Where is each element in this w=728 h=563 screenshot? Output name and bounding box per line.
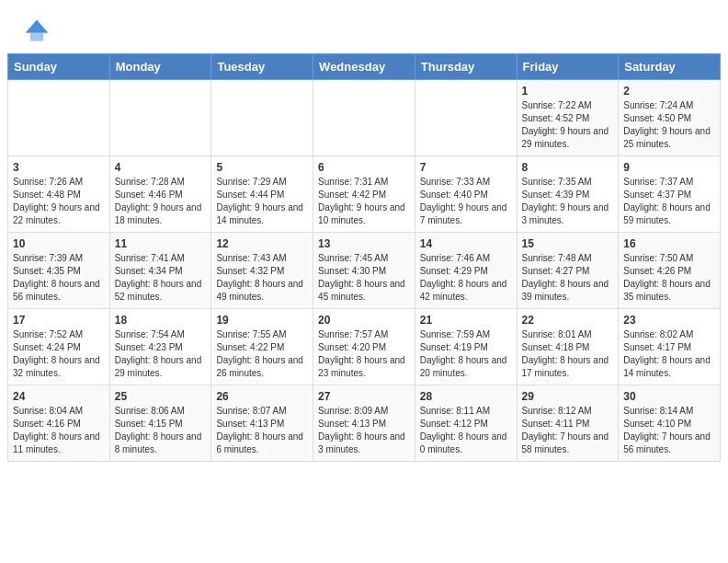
day-info: Sunrise: 8:02 AM Sunset: 4:17 PM Dayligh… (623, 328, 715, 380)
day-cell: 11Sunrise: 7:41 AM Sunset: 4:34 PM Dayli… (109, 233, 211, 309)
day-info: Sunrise: 7:48 AM Sunset: 4:27 PM Dayligh… (522, 252, 614, 304)
week-row-2: 3Sunrise: 7:26 AM Sunset: 4:48 PM Daylig… (8, 156, 721, 233)
day-number: 17 (13, 314, 105, 327)
day-cell: 24Sunrise: 8:04 AM Sunset: 4:16 PM Dayli… (8, 385, 110, 462)
day-number: 13 (318, 237, 410, 250)
week-row-4: 17Sunrise: 7:52 AM Sunset: 4:24 PM Dayli… (8, 309, 721, 385)
day-cell (109, 80, 211, 156)
day-number: 24 (13, 390, 105, 403)
day-info: Sunrise: 8:11 AM Sunset: 4:12 PM Dayligh… (420, 405, 512, 456)
day-number: 1 (522, 85, 614, 98)
day-number: 25 (115, 390, 207, 403)
header-cell-friday: Friday (517, 54, 619, 80)
day-info: Sunrise: 7:50 AM Sunset: 4:26 PM Dayligh… (623, 252, 715, 304)
day-cell: 17Sunrise: 7:52 AM Sunset: 4:24 PM Dayli… (8, 309, 110, 385)
day-info: Sunrise: 7:28 AM Sunset: 4:46 PM Dayligh… (115, 176, 207, 227)
day-info: Sunrise: 7:24 AM Sunset: 4:50 PM Dayligh… (623, 99, 715, 151)
day-number: 8 (522, 161, 614, 174)
day-cell: 21Sunrise: 7:59 AM Sunset: 4:19 PM Dayli… (415, 309, 517, 385)
day-cell (8, 80, 110, 156)
day-info: Sunrise: 7:22 AM Sunset: 4:52 PM Dayligh… (522, 99, 614, 151)
day-cell: 28Sunrise: 8:11 AM Sunset: 4:12 PM Dayli… (415, 385, 517, 462)
day-info: Sunrise: 7:41 AM Sunset: 4:34 PM Dayligh… (115, 252, 207, 304)
header-cell-thursday: Thursday (415, 54, 517, 80)
day-number: 3 (13, 161, 105, 174)
day-info: Sunrise: 7:54 AM Sunset: 4:23 PM Dayligh… (115, 328, 207, 380)
day-cell: 12Sunrise: 7:43 AM Sunset: 4:32 PM Dayli… (211, 233, 313, 309)
day-number: 18 (115, 314, 207, 327)
day-number: 5 (216, 161, 308, 174)
day-number: 20 (318, 314, 410, 327)
header-cell-tuesday: Tuesday (211, 54, 313, 80)
svg-rect-1 (30, 33, 43, 41)
day-number: 10 (13, 237, 105, 250)
day-cell: 29Sunrise: 8:12 AM Sunset: 4:11 PM Dayli… (517, 385, 619, 462)
day-number: 27 (318, 390, 410, 403)
day-number: 12 (216, 237, 308, 250)
day-cell: 15Sunrise: 7:48 AM Sunset: 4:27 PM Dayli… (517, 233, 619, 309)
day-cell: 6Sunrise: 7:31 AM Sunset: 4:42 PM Daylig… (313, 156, 415, 233)
day-cell: 22Sunrise: 8:01 AM Sunset: 4:18 PM Dayli… (517, 309, 619, 385)
day-info: Sunrise: 8:01 AM Sunset: 4:18 PM Dayligh… (522, 328, 614, 380)
day-cell: 23Sunrise: 8:02 AM Sunset: 4:17 PM Dayli… (619, 309, 721, 385)
day-info: Sunrise: 7:31 AM Sunset: 4:42 PM Dayligh… (318, 176, 410, 227)
day-cell: 16Sunrise: 7:50 AM Sunset: 4:26 PM Dayli… (619, 233, 721, 309)
day-info: Sunrise: 8:07 AM Sunset: 4:13 PM Dayligh… (216, 405, 308, 456)
calendar-table: SundayMondayTuesdayWednesdayThursdayFrid… (7, 53, 721, 462)
day-cell: 1Sunrise: 7:22 AM Sunset: 4:52 PM Daylig… (517, 80, 619, 156)
header-cell-monday: Monday (109, 54, 211, 80)
day-number: 21 (420, 314, 512, 327)
week-row-1: 1Sunrise: 7:22 AM Sunset: 4:52 PM Daylig… (8, 80, 721, 156)
day-info: Sunrise: 7:39 AM Sunset: 4:35 PM Dayligh… (13, 252, 105, 304)
day-number: 11 (115, 237, 207, 250)
day-number: 16 (623, 237, 715, 250)
day-info: Sunrise: 8:04 AM Sunset: 4:16 PM Dayligh… (13, 405, 105, 456)
day-info: Sunrise: 8:12 AM Sunset: 4:11 PM Dayligh… (522, 405, 614, 456)
day-number: 9 (623, 161, 715, 174)
day-info: Sunrise: 7:26 AM Sunset: 4:48 PM Dayligh… (13, 176, 105, 227)
day-info: Sunrise: 8:09 AM Sunset: 4:13 PM Dayligh… (318, 405, 410, 456)
day-number: 29 (522, 390, 614, 403)
day-cell: 5Sunrise: 7:29 AM Sunset: 4:44 PM Daylig… (211, 156, 313, 233)
day-cell: 8Sunrise: 7:35 AM Sunset: 4:39 PM Daylig… (517, 156, 619, 233)
day-cell: 3Sunrise: 7:26 AM Sunset: 4:48 PM Daylig… (8, 156, 110, 233)
day-cell: 26Sunrise: 8:07 AM Sunset: 4:13 PM Dayli… (211, 385, 313, 462)
day-info: Sunrise: 8:06 AM Sunset: 4:15 PM Dayligh… (115, 405, 207, 456)
day-cell: 20Sunrise: 7:57 AM Sunset: 4:20 PM Dayli… (313, 309, 415, 385)
day-cell (211, 80, 313, 156)
day-number: 23 (623, 314, 715, 327)
page-header (0, 0, 728, 53)
day-number: 28 (420, 390, 512, 403)
day-info: Sunrise: 7:59 AM Sunset: 4:19 PM Dayligh… (420, 328, 512, 380)
day-info: Sunrise: 7:43 AM Sunset: 4:32 PM Dayligh… (216, 252, 308, 304)
day-info: Sunrise: 7:33 AM Sunset: 4:40 PM Dayligh… (420, 176, 512, 227)
day-info: Sunrise: 7:55 AM Sunset: 4:22 PM Dayligh… (216, 328, 308, 380)
day-number: 14 (420, 237, 512, 250)
day-info: Sunrise: 7:52 AM Sunset: 4:24 PM Dayligh… (13, 328, 105, 380)
logo (22, 17, 55, 46)
day-cell: 14Sunrise: 7:46 AM Sunset: 4:29 PM Dayli… (415, 233, 517, 309)
day-number: 6 (318, 161, 410, 174)
day-number: 7 (420, 161, 512, 174)
day-cell: 10Sunrise: 7:39 AM Sunset: 4:35 PM Dayli… (8, 233, 110, 309)
day-info: Sunrise: 7:35 AM Sunset: 4:39 PM Dayligh… (522, 176, 614, 227)
day-cell: 27Sunrise: 8:09 AM Sunset: 4:13 PM Dayli… (313, 385, 415, 462)
day-cell: 19Sunrise: 7:55 AM Sunset: 4:22 PM Dayli… (211, 309, 313, 385)
day-number: 26 (216, 390, 308, 403)
day-cell: 7Sunrise: 7:33 AM Sunset: 4:40 PM Daylig… (415, 156, 517, 233)
calendar-body: 1Sunrise: 7:22 AM Sunset: 4:52 PM Daylig… (8, 80, 721, 462)
day-info: Sunrise: 7:37 AM Sunset: 4:37 PM Dayligh… (623, 176, 715, 227)
header-cell-saturday: Saturday (619, 54, 721, 80)
week-row-3: 10Sunrise: 7:39 AM Sunset: 4:35 PM Dayli… (8, 233, 721, 309)
day-cell: 13Sunrise: 7:45 AM Sunset: 4:30 PM Dayli… (313, 233, 415, 309)
day-info: Sunrise: 7:46 AM Sunset: 4:29 PM Dayligh… (420, 252, 512, 304)
day-cell: 30Sunrise: 8:14 AM Sunset: 4:10 PM Dayli… (619, 385, 721, 462)
day-info: Sunrise: 7:45 AM Sunset: 4:30 PM Dayligh… (318, 252, 410, 304)
day-number: 19 (216, 314, 308, 327)
day-info: Sunrise: 7:29 AM Sunset: 4:44 PM Dayligh… (216, 176, 308, 227)
day-cell: 4Sunrise: 7:28 AM Sunset: 4:46 PM Daylig… (109, 156, 211, 233)
day-info: Sunrise: 8:14 AM Sunset: 4:10 PM Dayligh… (623, 405, 715, 456)
day-cell (415, 80, 517, 156)
header-row: SundayMondayTuesdayWednesdayThursdayFrid… (8, 54, 721, 80)
logo-icon (22, 17, 51, 46)
